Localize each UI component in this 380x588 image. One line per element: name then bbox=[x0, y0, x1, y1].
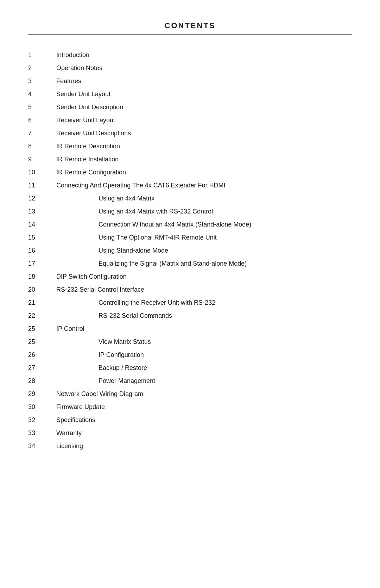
toc-row: 30Firmware Update bbox=[28, 401, 352, 414]
toc-row: 33Warranty bbox=[28, 427, 352, 440]
toc-number: 25 bbox=[28, 335, 56, 348]
toc-row: 13Using an 4x4 Matrix with RS-232 Contro… bbox=[28, 205, 352, 218]
toc-number: 2 bbox=[28, 62, 56, 75]
toc-label: Licensing bbox=[56, 440, 352, 453]
toc-row: 20RS-232 Serial Control Interface bbox=[28, 283, 352, 296]
toc-row: 14Connection Without an 4x4 Matrix (Stan… bbox=[28, 218, 352, 231]
toc-row: 11Connecting And Operating The 4x CAT6 E… bbox=[28, 179, 352, 192]
toc-label: Operation Notes bbox=[56, 62, 352, 75]
toc-row: 8IR Remote Description bbox=[28, 140, 352, 153]
toc-label: RS-232 Serial Control Interface bbox=[56, 283, 352, 296]
toc-number: 6 bbox=[28, 114, 56, 127]
toc-label: Power Management bbox=[56, 375, 352, 388]
toc-number: 34 bbox=[28, 440, 56, 453]
toc-label: Specifications bbox=[56, 414, 352, 427]
toc-number: 1 bbox=[28, 49, 56, 62]
toc-label: IR Remote Configuration bbox=[56, 166, 352, 179]
toc-number: 8 bbox=[28, 140, 56, 153]
toc-label: IP Control bbox=[56, 322, 352, 335]
toc-number: 33 bbox=[28, 427, 56, 440]
toc-row: 2Operation Notes bbox=[28, 62, 352, 75]
toc-number: 7 bbox=[28, 127, 56, 140]
toc-row: 26IP Configuration bbox=[28, 348, 352, 361]
toc-label: Using Stand-alone Mode bbox=[56, 244, 352, 257]
toc-row: 9IR Remote Installation bbox=[28, 153, 352, 166]
toc-label: View Matrix Status bbox=[56, 335, 352, 348]
toc-label: IR Remote Description bbox=[56, 140, 352, 153]
toc-row: 1Introduction bbox=[28, 49, 352, 62]
toc-number: 27 bbox=[28, 361, 56, 375]
toc-row: 5Sender Unit Description bbox=[28, 101, 352, 114]
toc-row: 21Controlling the Receiver Unit with RS-… bbox=[28, 296, 352, 309]
toc-row: 12Using an 4x4 Matrix bbox=[28, 192, 352, 205]
toc-number: 4 bbox=[28, 88, 56, 101]
toc-row: 18DIP Switch Configuration bbox=[28, 270, 352, 283]
toc-label: Receiver Unit Descriptions bbox=[56, 127, 352, 140]
page-title: CONTENTS bbox=[28, 21, 352, 30]
toc-label: DIP Switch Configuration bbox=[56, 270, 352, 283]
toc-label: RS-232 Serial Commands bbox=[56, 309, 352, 322]
toc-label: Receiver Unit Layout bbox=[56, 114, 352, 127]
toc-number: 21 bbox=[28, 296, 56, 309]
toc-label: Equalizing the Signal (Matrix and Stand-… bbox=[56, 257, 352, 270]
toc-label: Sender Unit Description bbox=[56, 101, 352, 114]
toc-row: 4Sender Unit Layout bbox=[28, 88, 352, 101]
toc-label: Controlling the Receiver Unit with RS-23… bbox=[56, 296, 352, 309]
toc-number: 12 bbox=[28, 192, 56, 205]
toc-number: 10 bbox=[28, 166, 56, 179]
toc-label: Introduction bbox=[56, 49, 352, 62]
toc-row: 16Using Stand-alone Mode bbox=[28, 244, 352, 257]
toc-label: Using an 4x4 Matrix with RS-232 Control bbox=[56, 205, 352, 218]
toc-label: Warranty bbox=[56, 427, 352, 440]
toc-number: 28 bbox=[28, 375, 56, 388]
toc-row: 34Licensing bbox=[28, 440, 352, 453]
header-rule bbox=[28, 34, 352, 35]
toc-row: 29Network Cabel Wiring Diagram bbox=[28, 388, 352, 401]
toc-number: 15 bbox=[28, 231, 56, 244]
toc-row: 3Features bbox=[28, 75, 352, 88]
toc-number: 25 bbox=[28, 322, 56, 335]
toc-label: Network Cabel Wiring Diagram bbox=[56, 388, 352, 401]
toc-row: 22RS-232 Serial Commands bbox=[28, 309, 352, 322]
toc-number: 5 bbox=[28, 101, 56, 114]
toc-row: 25IP Control bbox=[28, 322, 352, 335]
toc-number: 13 bbox=[28, 205, 56, 218]
toc-number: 11 bbox=[28, 179, 56, 192]
toc-row: 17Equalizing the Signal (Matrix and Stan… bbox=[28, 257, 352, 270]
toc-number: 14 bbox=[28, 218, 56, 231]
toc-number: 32 bbox=[28, 414, 56, 427]
toc-label: Connecting And Operating The 4x CAT6 Ext… bbox=[56, 179, 352, 192]
toc-number: 30 bbox=[28, 401, 56, 414]
toc-number: 26 bbox=[28, 348, 56, 361]
toc-row: 32Specifications bbox=[28, 414, 352, 427]
toc-table: 1Introduction2Operation Notes3Features4S… bbox=[28, 49, 352, 453]
toc-label: Connection Without an 4x4 Matrix (Stand-… bbox=[56, 218, 352, 231]
page-header: CONTENTS bbox=[28, 21, 352, 30]
toc-label: IR Remote Installation bbox=[56, 153, 352, 166]
toc-row: 10IR Remote Configuration bbox=[28, 166, 352, 179]
toc-label: Using The Optional RMT-4IR Remote Unit bbox=[56, 231, 352, 244]
toc-row: 7Receiver Unit Descriptions bbox=[28, 127, 352, 140]
toc-number: 9 bbox=[28, 153, 56, 166]
toc-number: 16 bbox=[28, 244, 56, 257]
toc-number: 29 bbox=[28, 388, 56, 401]
toc-number: 20 bbox=[28, 283, 56, 296]
toc-number: 18 bbox=[28, 270, 56, 283]
toc-row: 15Using The Optional RMT-4IR Remote Unit bbox=[28, 231, 352, 244]
toc-label: Backup / Restore bbox=[56, 361, 352, 375]
toc-number: 17 bbox=[28, 257, 56, 270]
toc-row: 28Power Management bbox=[28, 375, 352, 388]
toc-label: IP Configuration bbox=[56, 348, 352, 361]
toc-label: Using an 4x4 Matrix bbox=[56, 192, 352, 205]
toc-number: 3 bbox=[28, 75, 56, 88]
toc-label: Sender Unit Layout bbox=[56, 88, 352, 101]
toc-label: Firmware Update bbox=[56, 401, 352, 414]
toc-row: 27Backup / Restore bbox=[28, 361, 352, 375]
toc-number: 22 bbox=[28, 309, 56, 322]
toc-row: 25View Matrix Status bbox=[28, 335, 352, 348]
toc-row: 6Receiver Unit Layout bbox=[28, 114, 352, 127]
toc-label: Features bbox=[56, 75, 352, 88]
